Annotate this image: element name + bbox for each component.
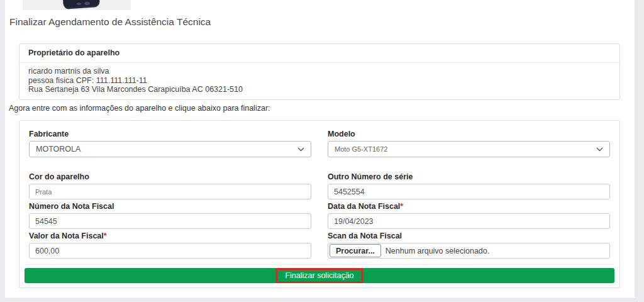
device-photo bbox=[62, 0, 100, 9]
cor-input[interactable] bbox=[29, 184, 311, 199]
scan-nota-field: Scan da Nota Fiscal Procurar... Nenhum a… bbox=[328, 232, 610, 259]
outro-numero-serie-input[interactable] bbox=[328, 184, 610, 199]
numero-nota-field: Número da Nota Fiscal bbox=[29, 202, 311, 229]
data-nota-input[interactable] bbox=[328, 213, 610, 229]
valor-nota-input[interactable] bbox=[29, 243, 311, 259]
fabricante-selected-value: MOTOROLA bbox=[36, 145, 80, 154]
owner-name-line: ricardo martnis da silva bbox=[28, 67, 611, 76]
outro-numero-serie-field: Outro Número de série bbox=[328, 172, 610, 199]
form-divider bbox=[25, 264, 614, 265]
browse-button[interactable]: Procurar... bbox=[330, 244, 381, 257]
cor-label: Cor do aparelho bbox=[29, 172, 311, 182]
page-title: Finalizar Agendamento de Assistência Téc… bbox=[9, 16, 211, 28]
finalizar-button[interactable]: Finalizar solicitação bbox=[25, 268, 614, 283]
valor-nota-field: Valor da Nota Fiscal* bbox=[29, 232, 311, 259]
product-image bbox=[23, 0, 131, 10]
file-status-text: Nenhum arquivo selecionado. bbox=[386, 247, 489, 255]
content-card: Finalizar Agendamento de Assistência Téc… bbox=[5, 0, 635, 298]
outro-numero-serie-label: Outro Número de série bbox=[328, 172, 610, 182]
owner-panel-header: Proprietário do aparelho bbox=[19, 44, 619, 63]
fabricante-select[interactable]: MOTOROLA bbox=[29, 141, 311, 157]
required-asterisk: * bbox=[400, 202, 403, 211]
data-nota-field: Data da Nota Fiscal* bbox=[328, 202, 610, 229]
finalizar-button-label: Finalizar solicitação bbox=[285, 271, 353, 280]
owner-panel-body: ricardo martnis da silva pessoa fisica C… bbox=[19, 63, 619, 99]
modelo-select[interactable]: Moto G5-XT1672 bbox=[328, 141, 610, 157]
numero-nota-input[interactable] bbox=[29, 213, 311, 229]
fabricante-field: Fabricante MOTOROLA bbox=[29, 130, 311, 157]
fabricante-label: Fabricante bbox=[29, 130, 311, 139]
scan-file-input[interactable]: Procurar... Nenhum arquivo selecionado. bbox=[328, 243, 610, 259]
owner-panel: Proprietário do aparelho ricardo martnis… bbox=[19, 43, 620, 100]
intro-text: Agora entre com as informações do aparel… bbox=[9, 104, 270, 113]
annotation-highlight-box: Finalizar solicitação bbox=[275, 268, 363, 283]
chevron-down-icon bbox=[297, 147, 304, 152]
device-photo-glare bbox=[77, 3, 81, 5]
owner-cpf-line: pessoa fisica CPF: 111.111.111-11 bbox=[28, 76, 611, 86]
modelo-label: Modelo bbox=[328, 130, 610, 139]
scan-nota-label: Scan da Nota Fiscal bbox=[328, 232, 610, 241]
owner-address-line: Rua Sertaneja 63 Vila Marcondes Carapicu… bbox=[28, 85, 611, 94]
chevron-down-icon bbox=[596, 147, 603, 152]
valor-nota-label: Valor da Nota Fiscal* bbox=[29, 232, 311, 241]
numero-nota-label: Número da Nota Fiscal bbox=[29, 202, 311, 211]
modelo-selected-value: Moto G5-XT1672 bbox=[335, 145, 387, 153]
device-photo-glare bbox=[84, 2, 90, 5]
cor-field: Cor do aparelho bbox=[29, 172, 311, 199]
data-nota-label: Data da Nota Fiscal* bbox=[328, 202, 610, 211]
required-asterisk: * bbox=[104, 232, 107, 240]
device-info-form: Fabricante MOTOROLA Modelo Moto G5-XT167… bbox=[19, 120, 620, 288]
modelo-field: Modelo Moto G5-XT1672 bbox=[328, 130, 610, 157]
